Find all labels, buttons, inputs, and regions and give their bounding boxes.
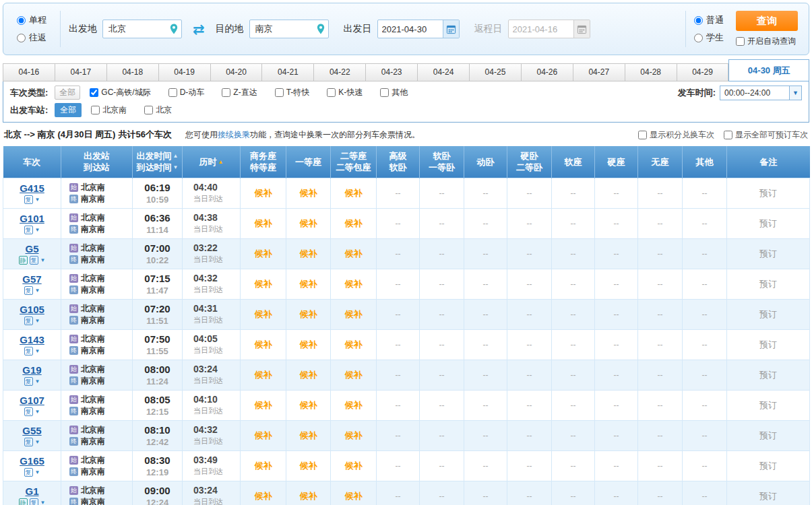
train-number-link[interactable]: G5 (25, 243, 38, 255)
waitlist-link[interactable]: 候补 (300, 309, 317, 319)
date-tab[interactable]: 04-20 (211, 63, 263, 81)
book-button[interactable]: 预订 (759, 309, 777, 319)
date-tab[interactable]: 04-24 (418, 63, 470, 81)
auto-query-checkbox[interactable] (736, 37, 745, 46)
column-header-stations[interactable]: 出发站到达站 (61, 146, 133, 178)
waitlist-link[interactable]: 候补 (345, 491, 363, 501)
column-header-hard-seat[interactable]: 硬座 (595, 146, 638, 178)
trip-type-radio[interactable] (17, 34, 26, 42)
expand-caret-icon[interactable]: ▼ (35, 409, 40, 415)
column-header-no-seat[interactable]: 无座 (638, 146, 683, 178)
train-type-option[interactable]: Z-直达 (222, 87, 257, 98)
train-number-link[interactable]: G101 (20, 213, 44, 224)
column-header-soft-seat[interactable]: 软座 (552, 146, 595, 178)
expand-caret-icon[interactable]: ▼ (35, 197, 40, 203)
station-option[interactable]: 北京 (144, 104, 172, 116)
expand-caret-icon[interactable]: ▼ (40, 500, 46, 505)
auto-query-toggle[interactable]: 开启自动查询 (736, 36, 796, 47)
train-number-link[interactable]: G57 (22, 273, 41, 285)
waitlist-link[interactable]: 候补 (255, 188, 272, 198)
waitlist-link[interactable]: 候补 (255, 339, 272, 349)
waitlist-link[interactable]: 候补 (300, 491, 317, 501)
train-number-link[interactable]: G165 (20, 455, 44, 467)
dropdown-arrow-icon[interactable]: ▼ (789, 86, 801, 100)
train-type-all-badge[interactable]: 全部 (55, 86, 80, 100)
book-button[interactable]: 预订 (759, 218, 777, 228)
train-number-link[interactable]: G1 (25, 485, 38, 497)
waitlist-link[interactable]: 候补 (300, 430, 317, 440)
bookable-toggle[interactable]: 显示全部可预订车次 (724, 129, 808, 141)
waitlist-link[interactable]: 候补 (300, 461, 317, 471)
expand-caret-icon[interactable]: ▼ (35, 227, 40, 233)
passenger-type-option[interactable]: 学生 (694, 32, 724, 44)
train-type-checkbox[interactable] (327, 88, 336, 97)
trip-type-option[interactable]: 往返 (17, 32, 46, 44)
train-type-checkbox[interactable] (380, 88, 389, 97)
train-type-checkbox[interactable] (222, 88, 230, 97)
waitlist-link[interactable]: 候补 (255, 218, 272, 228)
date-tab[interactable]: 04-25 (470, 63, 522, 81)
date-tab[interactable]: 04-17 (55, 63, 107, 81)
passenger-type-radio[interactable] (694, 16, 703, 25)
date-tab[interactable]: 04-30 周五 (728, 59, 809, 81)
expand-caret-icon[interactable]: ▼ (40, 257, 46, 263)
waitlist-link[interactable]: 候补 (345, 461, 363, 471)
train-type-option[interactable]: 其他 (380, 87, 408, 98)
column-header-other-seat[interactable]: 其他 (683, 146, 727, 178)
column-header-train-number[interactable]: 车次 (3, 146, 61, 178)
waitlist-link[interactable]: 候补 (300, 400, 317, 410)
waitlist-link[interactable]: 候补 (345, 370, 363, 380)
train-number-link[interactable]: G55 (22, 425, 41, 436)
station-all-badge[interactable]: 全部 (55, 103, 82, 117)
date-tab[interactable]: 04-16 (3, 63, 55, 81)
column-header-duration[interactable]: 历时▲ (183, 146, 241, 178)
book-button[interactable]: 预订 (759, 430, 777, 440)
date-tab[interactable]: 04-19 (159, 63, 211, 81)
train-number-link[interactable]: G107 (20, 395, 44, 406)
date-tab[interactable]: 04-29 (677, 63, 729, 81)
book-button[interactable]: 预订 (759, 461, 777, 471)
waitlist-link[interactable]: 候补 (345, 218, 363, 228)
book-button[interactable]: 预订 (759, 491, 777, 501)
waitlist-link[interactable]: 候补 (300, 248, 317, 259)
waitlist-link[interactable]: 候补 (345, 309, 363, 319)
waitlist-link[interactable]: 候补 (255, 279, 272, 289)
waitlist-link[interactable]: 候补 (300, 279, 317, 289)
date-tab[interactable]: 04-18 (107, 63, 159, 81)
expand-caret-icon[interactable]: ▼ (35, 288, 40, 294)
station-checkbox[interactable] (91, 106, 100, 114)
column-header-premium-soft-sleeper[interactable]: 高级软卧 (377, 146, 420, 178)
train-number-link[interactable]: G143 (20, 334, 44, 345)
train-type-checkbox[interactable] (168, 88, 177, 97)
waitlist-link[interactable]: 候补 (255, 400, 272, 410)
sort-arrow-icon[interactable]: ▼ (173, 162, 179, 173)
column-header-hard-sleeper[interactable]: 硬卧二等卧 (507, 146, 552, 178)
trip-type-option[interactable]: 单程 (17, 14, 46, 26)
train-type-checkbox[interactable] (275, 88, 284, 97)
column-header-dep-arr-time[interactable]: 出发时间▲到达时间▼ (133, 146, 183, 178)
trip-type-radio[interactable] (17, 16, 26, 25)
waitlist-link[interactable]: 候补 (255, 461, 272, 471)
train-type-checkbox[interactable] (90, 88, 98, 97)
column-header-business-seat[interactable]: 商务座特等座 (241, 146, 286, 178)
sort-arrow-icon[interactable]: ▲ (218, 156, 224, 168)
date-tab[interactable]: 04-28 (625, 63, 677, 81)
book-button[interactable]: 预订 (759, 248, 777, 259)
column-header-soft-sleeper[interactable]: 软卧一等卧 (420, 146, 464, 178)
waitlist-link[interactable]: 候补 (300, 339, 317, 349)
waitlist-link[interactable]: 候补 (300, 188, 317, 198)
waitlist-link[interactable]: 候补 (300, 370, 317, 380)
waitlist-link[interactable]: 候补 (345, 430, 363, 440)
expand-caret-icon[interactable]: ▼ (35, 469, 40, 475)
date-tab[interactable]: 04-23 (366, 63, 418, 81)
waitlist-link[interactable]: 候补 (345, 188, 363, 198)
waitlist-link[interactable]: 候补 (345, 339, 363, 349)
passenger-type-radio[interactable] (694, 34, 703, 42)
book-button[interactable]: 预订 (759, 188, 777, 198)
waitlist-link[interactable]: 候补 (255, 370, 272, 380)
book-button[interactable]: 预订 (759, 400, 777, 410)
expand-caret-icon[interactable]: ▼ (35, 348, 40, 354)
transfer-link[interactable]: 接续换乘 (218, 130, 250, 139)
waitlist-link[interactable]: 候补 (345, 248, 363, 259)
train-number-link[interactable]: G105 (20, 304, 44, 315)
